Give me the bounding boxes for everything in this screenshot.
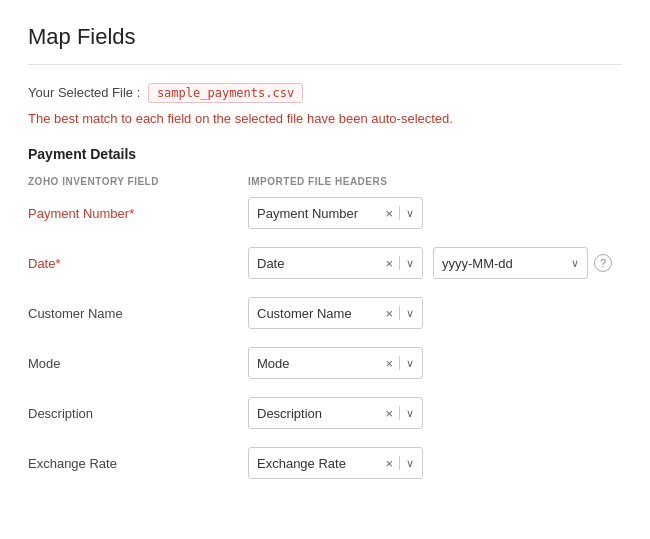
- field-label-date: Date*: [28, 256, 228, 271]
- field-row: Customer NameCustomer Name×∨: [28, 295, 622, 331]
- field-dropdown-3[interactable]: Mode×∨: [248, 347, 423, 379]
- field-label-exchange-rate: Exchange Rate: [28, 456, 228, 471]
- dropdown-text: Customer Name: [257, 306, 379, 321]
- field-row: DescriptionDescription×∨: [28, 395, 622, 431]
- dropdown-text: Payment Number: [257, 206, 379, 221]
- field-dropdown-5[interactable]: Exchange Rate×∨: [248, 447, 423, 479]
- file-info: Your Selected File : sample_payments.csv: [28, 83, 622, 103]
- dropdown-text: Date: [257, 256, 379, 271]
- field-label-mode: Mode: [28, 356, 228, 371]
- clear-button-3[interactable]: ×: [385, 357, 393, 370]
- auto-select-message: The best match to each field on the sele…: [28, 111, 622, 126]
- help-icon[interactable]: ?: [594, 254, 612, 272]
- field-row: Date*Date×∨yyyy-MM-dd∨?: [28, 245, 622, 281]
- dropdown-divider: [399, 306, 400, 320]
- clear-button-5[interactable]: ×: [385, 457, 393, 470]
- col-header-zoho: ZOHO INVENTORY FIELD: [28, 176, 228, 187]
- field-row: Payment Number*Payment Number×∨: [28, 195, 622, 231]
- date-format-text: yyyy-MM-dd: [442, 256, 513, 271]
- field-label-payment-number: Payment Number*: [28, 206, 228, 221]
- file-name: sample_payments.csv: [148, 83, 303, 103]
- dropdown-wrap-0: Payment Number×∨: [248, 197, 423, 229]
- field-label-customer-name: Customer Name: [28, 306, 228, 321]
- dropdown-actions: ×∨: [385, 406, 414, 420]
- chevron-down-icon[interactable]: ∨: [406, 257, 414, 270]
- clear-button-2[interactable]: ×: [385, 307, 393, 320]
- dropdown-actions: ×∨: [385, 356, 414, 370]
- field-row: Exchange RateExchange Rate×∨: [28, 445, 622, 481]
- dropdown-actions: ×∨: [385, 206, 414, 220]
- chevron-down-icon[interactable]: ∨: [406, 357, 414, 370]
- field-label-description: Description: [28, 406, 228, 421]
- clear-button-1[interactable]: ×: [385, 257, 393, 270]
- field-row: ModeMode×∨: [28, 345, 622, 381]
- dropdown-wrap-3: Mode×∨: [248, 347, 423, 379]
- page-title: Map Fields: [28, 24, 622, 65]
- chevron-down-icon[interactable]: ∨: [406, 457, 414, 470]
- dropdown-wrap-5: Exchange Rate×∨: [248, 447, 423, 479]
- dropdown-actions: ×∨: [385, 306, 414, 320]
- dropdown-text: Mode: [257, 356, 379, 371]
- chevron-down-icon[interactable]: ∨: [406, 207, 414, 220]
- file-label: Your Selected File :: [28, 85, 140, 100]
- dropdown-actions: ×∨: [385, 456, 414, 470]
- dropdown-divider: [399, 356, 400, 370]
- dropdown-wrap-2: Customer Name×∨: [248, 297, 423, 329]
- field-dropdown-1[interactable]: Date×∨: [248, 247, 423, 279]
- dropdown-text: Description: [257, 406, 379, 421]
- required-asterisk: *: [55, 256, 60, 271]
- clear-button-4[interactable]: ×: [385, 407, 393, 420]
- dropdown-wrap-4: Description×∨: [248, 397, 423, 429]
- field-dropdown-2[interactable]: Customer Name×∨: [248, 297, 423, 329]
- page-container: Map Fields Your Selected File : sample_p…: [0, 0, 650, 539]
- date-chevron-down-icon[interactable]: ∨: [571, 257, 579, 270]
- col-header-imported: IMPORTED FILE HEADERS: [248, 176, 468, 187]
- dropdown-divider: [399, 406, 400, 420]
- dropdown-divider: [399, 256, 400, 270]
- field-dropdown-0[interactable]: Payment Number×∨: [248, 197, 423, 229]
- dropdown-actions: ×∨: [385, 256, 414, 270]
- clear-button-0[interactable]: ×: [385, 207, 393, 220]
- chevron-down-icon[interactable]: ∨: [406, 407, 414, 420]
- chevron-down-icon[interactable]: ∨: [406, 307, 414, 320]
- dropdown-divider: [399, 206, 400, 220]
- section-title: Payment Details: [28, 146, 622, 162]
- dropdown-wrap-1: Date×∨: [248, 247, 423, 279]
- date-format-wrap: yyyy-MM-dd∨?: [433, 247, 612, 279]
- dropdown-text: Exchange Rate: [257, 456, 379, 471]
- field-dropdown-4[interactable]: Description×∨: [248, 397, 423, 429]
- date-format-dropdown[interactable]: yyyy-MM-dd∨: [433, 247, 588, 279]
- column-headers: ZOHO INVENTORY FIELD IMPORTED FILE HEADE…: [28, 176, 622, 187]
- dropdown-divider: [399, 456, 400, 470]
- required-asterisk: *: [129, 206, 134, 221]
- fields-list: Payment Number*Payment Number×∨Date*Date…: [28, 195, 622, 481]
